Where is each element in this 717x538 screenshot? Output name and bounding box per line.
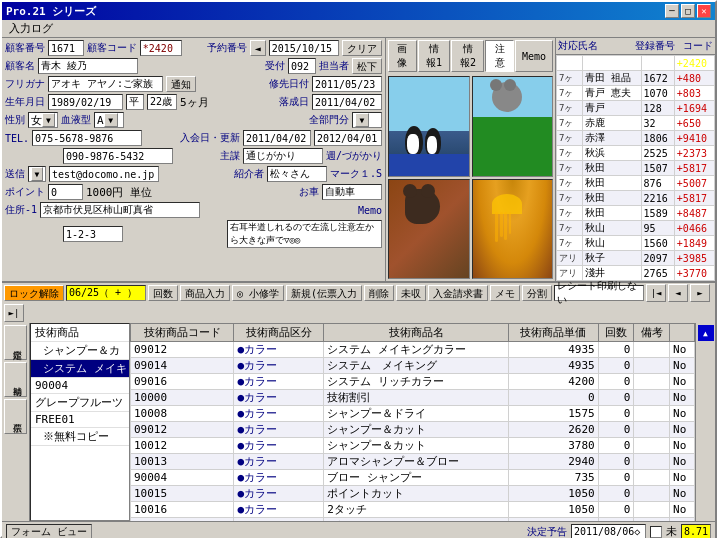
tab-memo[interactable]: Memo: [515, 40, 553, 72]
customer-list-row[interactable]: 7ヶ青戸 恵夫1070+803: [557, 86, 715, 101]
nyukin-btn[interactable]: 入金請求書: [428, 285, 488, 301]
staff-btn[interactable]: 松下: [352, 58, 382, 74]
tab-info2[interactable]: 情報2: [451, 40, 484, 72]
bday-input[interactable]: 1989/02/19: [48, 94, 123, 110]
receipt-input[interactable]: 1671: [48, 40, 84, 56]
date-input[interactable]: 2015/10/15: [269, 40, 339, 56]
shouhin-btn[interactable]: 商品入力: [180, 285, 230, 301]
product-row[interactable]: 09016●カラーシステム リッチカラー42000No: [131, 374, 695, 390]
close-button[interactable]: ✕: [697, 4, 711, 18]
notify-btn[interactable]: 通知: [166, 76, 196, 92]
tab-notes[interactable]: 注意: [485, 40, 514, 72]
visit-to-input[interactable]: 2012/04/01: [314, 130, 382, 146]
shokai-input[interactable]: 松々さん: [267, 166, 327, 182]
customer-list-row[interactable]: 7ヶ秋田2216+5817: [557, 191, 715, 206]
gender-arrow[interactable]: ▼: [42, 113, 55, 127]
code-input[interactable]: *2420: [140, 40, 182, 56]
customer-list-row[interactable]: 7ヶ青田 祖品1672+480: [557, 71, 715, 86]
product-row[interactable]: 10012●カラーシャンプー＆カット37800No: [131, 438, 695, 454]
product-row[interactable]: 90004●カラーブロー シャンプー7350No: [131, 470, 695, 486]
val1-input[interactable]: 8.71: [681, 524, 711, 539]
bumon-combo[interactable]: ▼: [352, 112, 382, 128]
product-row[interactable]: 10013●カラーアロマシャンプー＆ブロー29400No: [131, 454, 695, 470]
visit-from-input[interactable]: 2011/04/02: [243, 130, 311, 146]
tree-item-2[interactable]: システム メイキ: [31, 360, 129, 378]
memo-input[interactable]: 右耳半道しれるので左流し注意左から大きな声で▽◎◎: [227, 220, 382, 248]
tel1-input[interactable]: 075-5678-9876: [32, 130, 142, 146]
tree-item-5[interactable]: FREE01: [31, 412, 129, 428]
side-btn-denpyo[interactable]: 伝票: [4, 399, 27, 434]
customer-list-row[interactable]: アリ秋子2097+3985: [557, 251, 715, 266]
dm-combo[interactable]: ▼: [28, 166, 46, 182]
bumon-arrow[interactable]: ▼: [355, 113, 369, 127]
print-btn[interactable]: 分割: [522, 285, 552, 301]
customer-list-row[interactable]: 7ヶ秋山95+0466: [557, 221, 715, 236]
blood-arrow[interactable]: ▼: [104, 113, 118, 127]
dm-arrow[interactable]: ▼: [31, 167, 43, 181]
nav-first[interactable]: |◄: [646, 284, 666, 302]
date-display[interactable]: 06/25（ + ）: [66, 285, 146, 301]
customer-list-row[interactable]: 7ヶ秋田1589+8487: [557, 206, 715, 221]
point-input[interactable]: 0: [48, 184, 83, 200]
customer-list-row[interactable]: 7ヶ秋田1507+5817: [557, 161, 715, 176]
lock-btn[interactable]: ロック解除: [4, 285, 64, 301]
customer-list-row[interactable]: 7ヶ秋浜2525+2373: [557, 146, 715, 161]
product-row[interactable]: 10008●カラーシャンプー＆ドライ15750No: [131, 406, 695, 422]
minimize-button[interactable]: ─: [665, 4, 679, 18]
nav-prev[interactable]: ◄: [668, 284, 688, 302]
tab-info1[interactable]: 情報1: [418, 40, 451, 72]
title-bar-buttons: ─ □ ✕: [665, 4, 711, 18]
tel2-input[interactable]: 090-9876-5432: [63, 148, 173, 164]
tree-item-4[interactable]: グレープフルーツ: [31, 394, 129, 412]
customer-list-row[interactable]: 7ヶ秋山1560+1849: [557, 236, 715, 251]
kaisu-btn[interactable]: 回数: [148, 285, 178, 301]
product-row[interactable]: 10000●カラー技術割引00No: [131, 390, 695, 406]
gender-combo[interactable]: 女 ▼: [28, 112, 58, 128]
customer-list-row[interactable]: 7ヶ赤鹿32+650: [557, 116, 715, 131]
side-btn-kanten[interactable]: 鑑定: [4, 325, 27, 360]
product-row[interactable]: 10016●カラー2タッチ10500No: [131, 502, 695, 518]
tree-item-1[interactable]: シャンプー＆カ: [31, 342, 129, 360]
car-input[interactable]: 自動車: [322, 184, 382, 200]
next-btn2[interactable]: 未収: [396, 285, 426, 301]
partial-check[interactable]: [650, 526, 662, 538]
main-input[interactable]: 通じがかり: [243, 148, 323, 164]
kana-input[interactable]: アオキ アヤノ:ご家族: [48, 76, 163, 92]
tree-item-3[interactable]: 90004: [31, 378, 129, 394]
blood-combo[interactable]: A ▼: [94, 112, 124, 128]
prev-btn[interactable]: ◄: [250, 40, 266, 56]
product-row[interactable]: 09014●カラーシステム メイキング49350No: [131, 358, 695, 374]
clear-btn[interactable]: クリア: [342, 40, 382, 56]
nav-last[interactable]: ►|: [4, 304, 24, 322]
customer-list-row[interactable]: 7ヶ青木 綾乃1671+2420: [557, 56, 715, 71]
customer-list-row[interactable]: 7ヶ秋田876+5007: [557, 176, 715, 191]
name-input[interactable]: 青木 綾乃: [38, 58, 138, 74]
customer-list-row[interactable]: 7ヶ赤澤1806+9410: [557, 131, 715, 146]
delete-btn[interactable]: 削除: [364, 285, 394, 301]
tree-item-6[interactable]: ※無料コピー: [31, 428, 129, 446]
memo-btn2[interactable]: メモ: [490, 285, 520, 301]
decision-label: 決定予告: [527, 525, 567, 539]
nav-next[interactable]: ►: [690, 284, 710, 302]
product-row[interactable]: 09012●カラーシャンプー＆カット26200No: [131, 422, 695, 438]
receipt-no-input[interactable]: 092: [288, 58, 316, 74]
product-row[interactable]: 10015●カラーポイントカット10500No: [131, 486, 695, 502]
customer-list-row[interactable]: 7ヶ青戸128+1694: [557, 101, 715, 116]
new-btn[interactable]: 新規(伝票入力: [286, 285, 362, 301]
product-row[interactable]: 09012●カラーシステム メイキングカラー49350No: [131, 342, 695, 358]
small-btn[interactable]: ◎ 小修学: [232, 285, 284, 301]
side-btn-hojo[interactable]: 補助: [4, 362, 27, 397]
era-input[interactable]: 平: [126, 94, 144, 110]
addr-label: 住所-1: [5, 203, 37, 217]
addr1-input[interactable]: 京都市伏見区柿山町真省: [40, 202, 200, 218]
maximize-button[interactable]: □: [681, 4, 695, 18]
tab-image[interactable]: 画像: [388, 40, 417, 72]
addr2-input[interactable]: 1-2-3: [63, 226, 123, 242]
rakusei-input[interactable]: 2011/04/02: [312, 94, 382, 110]
menu-input-log[interactable]: 入力ログ: [6, 20, 56, 37]
age-input[interactable]: 22歳: [147, 94, 177, 110]
decision-input[interactable]: 2011/08/06◇: [571, 524, 646, 539]
tree-item-0[interactable]: 技術商品: [31, 324, 129, 342]
dm-input[interactable]: test@docomo.ne.jp: [49, 166, 159, 182]
syuseki-input[interactable]: 2011/05/23: [312, 76, 382, 92]
